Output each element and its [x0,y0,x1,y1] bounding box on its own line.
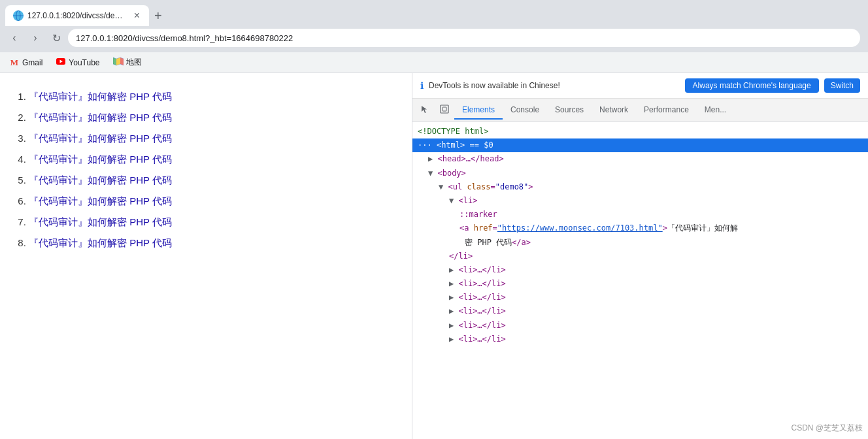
bookmark-gmail[interactable]: M Gmail [5,56,46,69]
ul-open-line[interactable]: ▼ <ul class="demo8"> [412,180,868,194]
svg-rect-9 [441,105,448,113]
anchor-line-cont: 密 PHP 代码</a> [412,236,868,250]
list-item-link[interactable]: 『代码审计』如何解密 PHP 代码 [29,216,172,227]
tab-console[interactable]: Console [503,101,547,120]
anchor-line[interactable]: <a href="https://www.moonsec.com/7103.ht… [412,221,868,235]
gmail-icon: M [9,57,20,68]
list-item: 『代码审计』如何解密 PHP 代码 [29,89,399,105]
list-item-link[interactable]: 『代码审计』如何解密 PHP 代码 [29,91,172,102]
list-item: 『代码审计』如何解密 PHP 代码 [29,131,399,146]
gmail-label: Gmail [22,58,42,67]
tab-sources[interactable]: Sources [547,101,592,120]
list-item: 『代码审计』如何解密 PHP 代码 [29,172,399,188]
li-open-line[interactable]: ▼ <li> [412,194,868,208]
youtube-icon [56,56,66,69]
address-input[interactable] [68,29,860,47]
tab-elements[interactable]: Elements [454,101,503,120]
tab-bar: 127.0.0.1:8020/divcss/demo8.h... × + [0,0,868,26]
list-item: 『代码审计』如何解密 PHP 代码 [29,110,399,125]
page-content: 『代码审计』如何解密 PHP 代码 『代码审计』如何解密 PHP 代码 『代码审… [0,73,412,439]
li-collapsed-6[interactable]: ▶ <li>…</li> [412,333,868,346]
notification-text: DevTools is now available in Chinese! [429,81,680,90]
li-collapsed-4[interactable]: ▶ <li>…</li> [412,304,868,318]
li-collapsed-3[interactable]: ▶ <li>…</li> [412,291,868,304]
switch-button[interactable]: Switch [824,78,860,93]
browser-chrome: 127.0.0.1:8020/divcss/demo8.h... × + ‹ ›… [0,0,868,73]
list-item-link[interactable]: 『代码审计』如何解密 PHP 代码 [29,195,172,206]
html-line[interactable]: ··· <html> == $0 [412,138,868,152]
tab-title: 127.0.0.1:8020/divcss/demo8.h... [27,11,129,20]
active-tab[interactable]: 127.0.0.1:8020/divcss/demo8.h... × [5,5,149,26]
devtools-notification: ℹ DevTools is now available in Chinese! … [412,73,868,99]
reload-button[interactable]: ↻ [47,29,65,47]
cursor-icon[interactable] [415,101,435,120]
list-item-link[interactable]: 『代码审计』如何解密 PHP 代码 [29,133,172,144]
head-line[interactable]: ▶ <head>…</head> [412,152,868,166]
list-item: 『代码审计』如何解密 PHP 代码 [29,235,399,251]
marker-line: ::marker [412,208,868,221]
bookmark-youtube[interactable]: YouTube [52,55,103,70]
maps-label: 地图 [126,57,142,68]
bookmark-maps[interactable]: 地图 [109,55,146,70]
devtools-tabs: Elements Console Sources Network Perform… [412,99,868,122]
list-item-link[interactable]: 『代码审计』如何解密 PHP 代码 [29,237,172,248]
tab-network[interactable]: Network [592,101,636,120]
li-close-line[interactable]: </li> [412,250,868,263]
li-collapsed-5[interactable]: ▶ <li>…</li> [412,319,868,333]
tab-memory[interactable]: Men... [697,101,734,120]
main-area: 『代码审计』如何解密 PHP 代码 『代码审计』如何解密 PHP 代码 『代码审… [0,73,868,439]
list-item-link[interactable]: 『代码审计』如何解密 PHP 代码 [29,112,172,123]
doctype-line: <!DOCTYPE html> [412,125,868,138]
svg-marker-8 [120,57,124,65]
info-icon: ℹ [420,80,424,91]
tab-performance[interactable]: Performance [636,101,697,120]
list-item: 『代码审计』如何解密 PHP 代码 [29,152,399,167]
svg-rect-10 [442,107,446,111]
new-tab-button[interactable]: + [149,6,167,26]
li-collapsed-1[interactable]: ▶ <li>…</li> [412,263,868,277]
list-item: 『代码审计』如何解密 PHP 代码 [29,214,399,230]
address-bar-row: ‹ › ↻ [0,26,868,52]
inspect-icon[interactable] [435,101,454,120]
article-list: 『代码审计』如何解密 PHP 代码 『代码审计』如何解密 PHP 代码 『代码审… [13,89,399,251]
svg-marker-6 [113,57,116,65]
list-item: 『代码审计』如何解密 PHP 代码 [29,193,399,209]
bookmarks-bar: M Gmail YouTube 地图 [0,52,868,73]
back-button[interactable]: ‹ [5,29,24,47]
li-collapsed-2[interactable]: ▶ <li>…</li> [412,277,868,291]
csdn-watermark: CSDN @芝芝又荔枝 [791,423,863,434]
tab-favicon [13,10,24,21]
svg-marker-7 [116,57,120,65]
list-item-link[interactable]: 『代码审计』如何解密 PHP 代码 [29,154,172,165]
youtube-label: YouTube [69,58,99,67]
devtools-html-tree: <!DOCTYPE html> ··· <html> == $0 ▶ <head… [412,122,868,439]
devtools-panel: ℹ DevTools is now available in Chinese! … [412,73,868,439]
tab-close-btn[interactable]: × [133,8,141,23]
body-open-line[interactable]: ▼ <body> [412,167,868,180]
maps-icon [113,56,124,69]
doctype-text: <!DOCTYPE html> [418,127,488,136]
match-language-button[interactable]: Always match Chrome's language [685,78,819,93]
list-item-link[interactable]: 『代码审计』如何解密 PHP 代码 [29,174,172,186]
forward-button[interactable]: › [26,29,44,47]
